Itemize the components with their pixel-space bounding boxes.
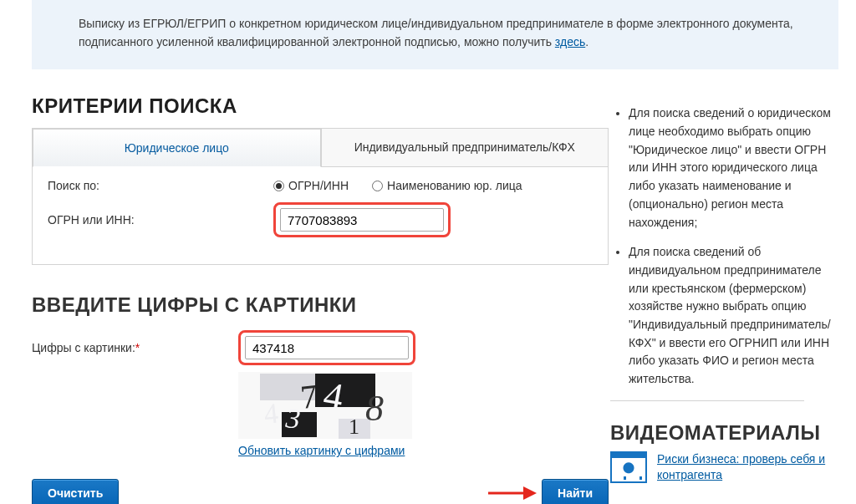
captcha-label: Цифры с картинки:* [32, 341, 238, 354]
svg-text:3: 3 [283, 402, 302, 435]
clear-button[interactable]: Очистить [32, 479, 119, 504]
help-item-2: Для поиска сведений об индивидуальном пр… [629, 243, 838, 389]
video-monitor-icon [610, 451, 647, 483]
radio-ogrn-inn-wrap[interactable]: ОГРН/ИНН [273, 179, 349, 192]
radio-ogrn-inn[interactable] [273, 181, 284, 191]
video-item: Риски бизнеса: проверь себя и контрагент… [610, 451, 838, 484]
radio-by-name[interactable] [372, 181, 383, 191]
radio-ogrn-inn-label: ОГРН/ИНН [288, 179, 349, 192]
help-list: Для поиска сведений о юридическом лице н… [629, 104, 838, 388]
info-banner-text-a: Выписку из ЕГРЮЛ/ЕГРИП о конкретном юрид… [79, 17, 793, 48]
svg-marker-11 [523, 486, 537, 500]
video-heading: ВИДЕОМАТЕРИАЛЫ [610, 400, 804, 445]
tab-legal-entity[interactable]: Юридическое лицо [33, 129, 321, 167]
entity-type-tabs: Юридическое лицо Индивидуальный предприн… [33, 129, 608, 167]
arrow-icon [487, 483, 537, 503]
info-banner-text-b: . [585, 35, 588, 48]
ogrn-highlight [273, 202, 451, 237]
captcha-heading: ВВЕДИТЕ ЦИФРЫ С КАРТИНКИ [32, 293, 610, 317]
info-banner: Выписку из ЕГРЮЛ/ЕГРИП о конкретном юрид… [32, 0, 838, 69]
search-criteria-box: Юридическое лицо Индивидуальный предприн… [32, 128, 609, 265]
tab-entrepreneur[interactable]: Индивидуальный предприниматель/КФХ [321, 129, 609, 167]
criteria-heading: КРИТЕРИИ ПОИСКА [32, 94, 610, 118]
video-link[interactable]: Риски бизнеса: проверь себя и контрагент… [657, 451, 838, 484]
search-by-label: Поиск по: [48, 179, 273, 192]
required-mark: * [135, 341, 140, 354]
radio-by-name-label: Наименованию юр. лица [387, 179, 522, 192]
captcha-highlight [238, 330, 415, 365]
radio-by-name-wrap[interactable]: Наименованию юр. лица [372, 179, 522, 192]
svg-text:4: 4 [262, 398, 280, 430]
find-button[interactable]: Найти [542, 479, 609, 504]
help-item-1: Для поиска сведений о юридическом лице н… [629, 104, 838, 232]
ogrn-inn-input[interactable] [280, 208, 444, 232]
svg-text:8: 8 [365, 388, 384, 429]
info-banner-link[interactable]: здесь [555, 35, 585, 48]
refresh-captcha-link[interactable]: Обновить картинку с цифрами [238, 444, 609, 457]
ogrn-inn-label: ОГРН или ИНН: [48, 213, 273, 227]
captcha-image: 4 3 7 4 1 8 [238, 372, 412, 439]
captcha-input[interactable] [245, 336, 409, 359]
svg-text:1: 1 [349, 415, 359, 439]
